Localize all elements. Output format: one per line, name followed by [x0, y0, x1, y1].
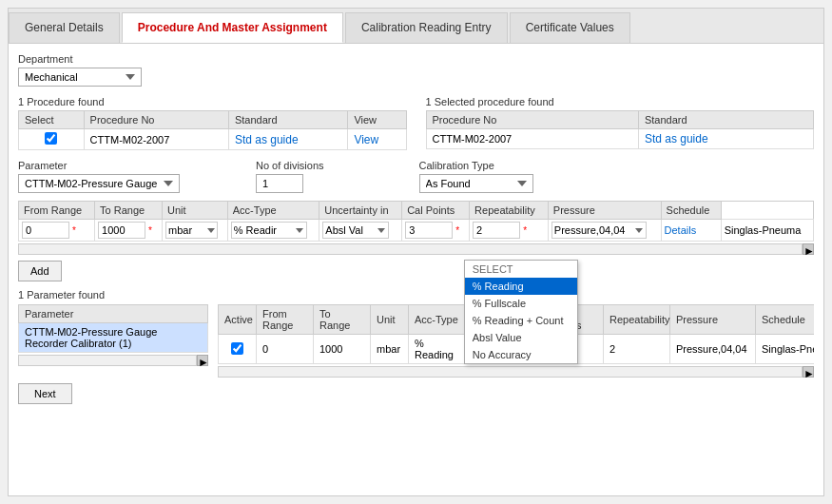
dropdown-reading[interactable]: % Reading: [465, 278, 577, 295]
repeat-cell[interactable]: *: [470, 220, 549, 242]
col-from: From Range: [19, 202, 95, 220]
col-to: To Range: [95, 202, 163, 220]
col-calpts: Cal Points: [402, 202, 470, 220]
bottom-row: Parameter CTTM-M02-Pressure Gauge Record…: [18, 304, 814, 378]
col-active: Active: [219, 305, 257, 335]
dropdown-reading-count[interactable]: % Reading + Count: [465, 312, 577, 329]
parameter-field: Parameter CTTM-M02-Pressure Gauge R: [18, 160, 180, 193]
scroll-right-btn[interactable]: ►: [803, 243, 814, 255]
view-link[interactable]: View: [354, 133, 378, 146]
procedures-row: 1 Procedure found Select Procedure No St…: [18, 96, 814, 150]
content-area: Department Mechanical 1 Procedure found …: [9, 44, 823, 495]
unit-cell[interactable]: mbar: [163, 220, 228, 242]
col-acc: Acc-Type: [227, 202, 319, 220]
uncert-select[interactable]: Absl Val: [322, 222, 389, 239]
scroll-right-left-btn[interactable]: ►: [197, 355, 208, 366]
dropdown-no-accuracy[interactable]: No Accuracy: [465, 346, 577, 363]
hscrollbar-left[interactable]: [18, 355, 197, 366]
col-right-standard: Standard: [638, 111, 813, 129]
left-proc-title: 1 Procedure found: [18, 96, 407, 107]
calpts-input[interactable]: [405, 222, 453, 239]
acc-type-select[interactable]: % Readir: [231, 222, 307, 239]
hscroll-left: ►: [18, 355, 208, 366]
req-star4: *: [523, 225, 527, 236]
repeat-input[interactable]: [473, 222, 520, 239]
req-star: *: [72, 225, 76, 236]
active-checkbox[interactable]: [231, 342, 243, 355]
parameter-row: Parameter CTTM-M02-Pressure Gauge R No o…: [18, 160, 814, 193]
dropdown-select[interactable]: SELECT: [465, 261, 577, 278]
scroll-right-right-btn[interactable]: ►: [803, 366, 814, 378]
hscroll-bar-top: ►: [18, 243, 814, 255]
from-range-cell[interactable]: *: [19, 220, 95, 242]
hscroll-right: ►: [218, 366, 814, 378]
standard-link[interactable]: Std as guide: [235, 133, 299, 146]
acc-type-dropdown: SELECT % Reading % Fullscale % Reading +…: [464, 260, 578, 364]
divisions-label: No of divisions: [256, 160, 324, 171]
to-range-input[interactable]: [98, 222, 145, 239]
add-button[interactable]: Add: [18, 261, 62, 281]
right-standard-link[interactable]: Std as guide: [645, 132, 708, 145]
range-table: From Range To Range Unit Acc-Type Uncert…: [18, 201, 814, 242]
pressure-select[interactable]: Pressure,04,04: [551, 222, 647, 239]
hscrollbar[interactable]: [18, 243, 803, 255]
range-row: * * mbar % Readi: [19, 220, 814, 242]
col-unit2: Unit: [371, 305, 409, 335]
tab-calibration[interactable]: Calibration Reading Entry: [345, 12, 508, 43]
col-view: View: [348, 111, 406, 129]
uncert-cell[interactable]: Absl Val: [319, 220, 402, 242]
param-list-section: Parameter CTTM-M02-Pressure Gauge Record…: [18, 304, 208, 378]
divisions-input[interactable]: [256, 174, 303, 193]
parameter-select[interactable]: CTTM-M02-Pressure Gauge R: [18, 174, 180, 193]
unit-cell2: mbar: [371, 335, 409, 364]
param-list-table: Parameter CTTM-M02-Pressure Gauge Record…: [18, 304, 208, 353]
col-pressure2: Pressure: [670, 305, 756, 335]
tab-procedure[interactable]: Procedure And Master Assignment: [122, 12, 343, 43]
unit-select[interactable]: mbar: [165, 222, 218, 239]
details-link[interactable]: Details: [665, 224, 697, 236]
cal-type-field: Calibration Type As Found As Left As Fou…: [419, 160, 533, 193]
col-pressure: Pressure: [548, 202, 661, 220]
department-section: Department Mechanical: [18, 53, 814, 87]
details-cell[interactable]: Details: [661, 220, 721, 242]
department-label: Department: [18, 53, 814, 65]
right-proc-table: Procedure No Standard CTTM-M02-2007 Std …: [426, 110, 815, 149]
tab-general[interactable]: General Details: [9, 12, 120, 43]
from-range-input[interactable]: [22, 222, 69, 239]
left-proc-table: Select Procedure No Standard View CTTM-M…: [18, 110, 407, 150]
col-proc-no: Procedure No: [84, 111, 228, 129]
req-star3: *: [455, 225, 459, 236]
param-label-cell: CTTM-M02-Pressure Gauge Recorder Calibra…: [19, 323, 208, 353]
from-cell: 0: [257, 335, 314, 364]
col-right-proc-no: Procedure No: [426, 111, 638, 129]
list-item[interactable]: CTTM-M02-Pressure Gauge Recorder Calibra…: [19, 323, 208, 353]
standard-cell: Std as guide: [228, 129, 348, 150]
divisions-field: No of divisions: [256, 160, 324, 193]
param-found-title: 1 Parameter found: [18, 289, 814, 300]
col-to2: To Range: [314, 305, 371, 335]
select-checkbox[interactable]: [45, 132, 57, 145]
bottom-section: 1 Parameter found Parameter CTTM-M02-Pre…: [18, 289, 814, 378]
pressure-cell2: Pressure,04,04: [670, 335, 756, 364]
col-repeat2: Repeatability: [604, 305, 670, 335]
department-select[interactable]: Mechanical: [18, 68, 142, 87]
select-cell[interactable]: [19, 129, 85, 150]
dropdown-absl-value[interactable]: Absl Value: [465, 329, 577, 346]
range-table-container: From Range To Range Unit Acc-Type Uncert…: [18, 201, 814, 255]
schedule-cell2: Singlas-Pneumatic Press: [756, 335, 815, 364]
right-proc-title: 1 Selected procedure found: [426, 96, 815, 107]
to-range-cell[interactable]: *: [95, 220, 163, 242]
acc-cell[interactable]: % Readir SELECT % Reading % Fullscale % …: [227, 220, 319, 242]
calpts-cell[interactable]: *: [402, 220, 470, 242]
dropdown-fullscale[interactable]: % Fullscale: [465, 295, 577, 312]
cal-type-select[interactable]: As Found As Left As Found & As Left: [419, 174, 533, 193]
table-row: CTTM-M02-2007 Std as guide: [426, 129, 814, 149]
pressure-cell[interactable]: Pressure,04,04: [548, 220, 661, 242]
hscrollbar-right[interactable]: [218, 366, 803, 378]
right-proc-no-cell: CTTM-M02-2007: [426, 129, 638, 149]
tab-bar: General Details Procedure And Master Ass…: [9, 9, 823, 44]
active-cell: [219, 335, 257, 364]
tab-certificate[interactable]: Certificate Values: [510, 12, 630, 43]
col-select: Select: [19, 111, 85, 129]
next-button[interactable]: Next: [18, 383, 72, 404]
